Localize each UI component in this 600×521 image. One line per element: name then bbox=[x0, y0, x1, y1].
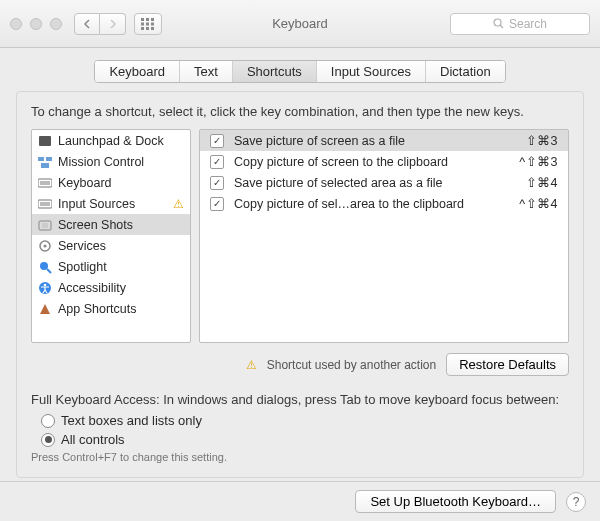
shortcut-row[interactable]: Copy picture of screen to the clipboard^… bbox=[200, 151, 568, 172]
svg-point-25 bbox=[40, 262, 48, 270]
category-item-keyboard[interactable]: Keyboard bbox=[32, 172, 190, 193]
forward-button[interactable] bbox=[100, 13, 126, 35]
svg-rect-3 bbox=[141, 22, 144, 25]
shortcut-checkbox[interactable] bbox=[210, 155, 224, 169]
tab-input-sources[interactable]: Input Sources bbox=[317, 61, 426, 82]
shortcut-checkbox[interactable] bbox=[210, 197, 224, 211]
tab-shortcuts[interactable]: Shortcuts bbox=[233, 61, 317, 82]
zoom-window-icon[interactable] bbox=[50, 18, 62, 30]
show-all-button[interactable] bbox=[134, 13, 162, 35]
conflict-notice: Shortcut used by another action bbox=[267, 358, 436, 372]
screenshot-icon bbox=[38, 218, 52, 232]
svg-rect-7 bbox=[146, 27, 149, 30]
category-label: Screen Shots bbox=[58, 218, 133, 232]
svg-rect-4 bbox=[146, 22, 149, 25]
category-item-services[interactable]: Services bbox=[32, 235, 190, 256]
search-placeholder: Search bbox=[509, 17, 547, 31]
svg-rect-15 bbox=[38, 179, 52, 187]
fka-hint: Press Control+F7 to change this setting. bbox=[31, 451, 569, 463]
minimize-window-icon[interactable] bbox=[30, 18, 42, 30]
shortcut-row[interactable]: Copy picture of sel…area to the clipboar… bbox=[200, 193, 568, 214]
category-label: Input Sources bbox=[58, 197, 135, 211]
radio-icon[interactable] bbox=[41, 433, 55, 447]
svg-rect-14 bbox=[41, 163, 49, 168]
category-label: Accessibility bbox=[58, 281, 126, 295]
shortcut-keys[interactable]: ^⇧⌘3 bbox=[519, 154, 558, 169]
shortcut-checkbox[interactable] bbox=[210, 134, 224, 148]
launchpad-icon bbox=[38, 134, 52, 148]
category-label: Launchpad & Dock bbox=[58, 134, 164, 148]
setup-bluetooth-button[interactable]: Set Up Bluetooth Keyboard… bbox=[355, 490, 556, 513]
category-label: Mission Control bbox=[58, 155, 144, 169]
shortcut-row[interactable]: Save picture of screen as a file⇧⌘3 bbox=[200, 130, 568, 151]
svg-rect-12 bbox=[38, 157, 44, 161]
mission-control-icon bbox=[38, 155, 52, 169]
svg-point-9 bbox=[494, 19, 501, 26]
app-shortcuts-icon bbox=[38, 302, 52, 316]
bottom-bar: Set Up Bluetooth Keyboard… ? bbox=[0, 481, 600, 521]
svg-line-10 bbox=[500, 25, 503, 28]
category-item-input-sources[interactable]: Input Sources⚠ bbox=[32, 193, 190, 214]
shortcut-label: Copy picture of screen to the clipboard bbox=[234, 155, 509, 169]
shortcut-keys[interactable]: ⇧⌘4 bbox=[526, 175, 558, 190]
radio-icon[interactable] bbox=[41, 414, 55, 428]
warning-icon: ⚠ bbox=[173, 197, 184, 211]
keyboard-icon bbox=[38, 197, 52, 211]
help-button[interactable]: ? bbox=[566, 492, 586, 512]
category-item-mission-control[interactable]: Mission Control bbox=[32, 151, 190, 172]
category-label: Spotlight bbox=[58, 260, 107, 274]
search-input[interactable]: Search bbox=[450, 13, 590, 35]
category-label: Services bbox=[58, 239, 106, 253]
svg-rect-22 bbox=[42, 223, 48, 228]
nav-buttons bbox=[74, 13, 126, 35]
spotlight-icon bbox=[38, 260, 52, 274]
shortcut-keys[interactable]: ^⇧⌘4 bbox=[519, 196, 558, 211]
panel-footer: ⚠ Shortcut used by another action Restor… bbox=[31, 353, 569, 376]
category-list[interactable]: Launchpad & DockMission ControlKeyboardI… bbox=[31, 129, 191, 343]
category-item-screen-shots[interactable]: Screen Shots bbox=[32, 214, 190, 235]
window-controls bbox=[10, 18, 62, 30]
fka-option-label: Text boxes and lists only bbox=[61, 413, 202, 428]
shortcut-row[interactable]: Save picture of selected area as a file⇧… bbox=[200, 172, 568, 193]
accessibility-icon bbox=[38, 281, 52, 295]
svg-point-24 bbox=[44, 244, 47, 247]
category-item-launchpad-dock[interactable]: Launchpad & Dock bbox=[32, 130, 190, 151]
svg-rect-6 bbox=[141, 27, 144, 30]
keyboard-icon bbox=[38, 176, 52, 190]
shortcut-checkbox[interactable] bbox=[210, 176, 224, 190]
fka-radio-group: Text boxes and lists onlyAll controls bbox=[41, 413, 569, 447]
svg-rect-5 bbox=[151, 22, 154, 25]
category-label: App Shortcuts bbox=[58, 302, 137, 316]
services-icon bbox=[38, 239, 52, 253]
restore-defaults-button[interactable]: Restore Defaults bbox=[446, 353, 569, 376]
category-item-accessibility[interactable]: Accessibility bbox=[32, 277, 190, 298]
shortcut-list[interactable]: Save picture of screen as a file⇧⌘3Copy … bbox=[199, 129, 569, 343]
svg-rect-8 bbox=[151, 27, 154, 30]
titlebar: Keyboard Search bbox=[0, 0, 600, 48]
shortcuts-panel: To change a shortcut, select it, click t… bbox=[16, 91, 584, 478]
svg-rect-18 bbox=[38, 200, 52, 208]
fka-option[interactable]: All controls bbox=[41, 432, 569, 447]
instruction-text: To change a shortcut, select it, click t… bbox=[31, 104, 569, 119]
fka-option-label: All controls bbox=[61, 432, 125, 447]
category-item-app-shortcuts[interactable]: App Shortcuts bbox=[32, 298, 190, 319]
fka-option[interactable]: Text boxes and lists only bbox=[41, 413, 569, 428]
svg-rect-0 bbox=[141, 18, 144, 21]
svg-rect-13 bbox=[46, 157, 52, 161]
svg-rect-11 bbox=[39, 136, 51, 146]
tab-dictation[interactable]: Dictation bbox=[426, 61, 505, 82]
shortcut-keys[interactable]: ⇧⌘3 bbox=[526, 133, 558, 148]
close-window-icon[interactable] bbox=[10, 18, 22, 30]
tab-text[interactable]: Text bbox=[180, 61, 233, 82]
svg-line-26 bbox=[47, 269, 51, 273]
back-button[interactable] bbox=[74, 13, 100, 35]
shortcut-label: Save picture of screen as a file bbox=[234, 134, 516, 148]
shortcut-label: Save picture of selected area as a file bbox=[234, 176, 516, 190]
tab-keyboard[interactable]: Keyboard bbox=[95, 61, 180, 82]
svg-rect-1 bbox=[146, 18, 149, 21]
search-icon bbox=[493, 18, 504, 29]
category-item-spotlight[interactable]: Spotlight bbox=[32, 256, 190, 277]
category-label: Keyboard bbox=[58, 176, 112, 190]
svg-point-28 bbox=[44, 283, 47, 286]
svg-rect-2 bbox=[151, 18, 154, 21]
